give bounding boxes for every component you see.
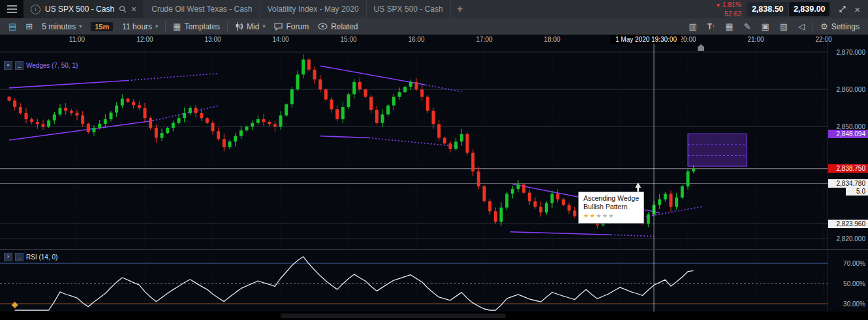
minimize-indicator-icon[interactable]: _: [15, 61, 23, 70]
toolbar-right-group: ▥ T↑ ▦ ✎ ▣ ▨ ◁ ⚙ Settings: [684, 18, 864, 35]
pattern-tooltip-line1: Ascending Wedge: [583, 194, 639, 203]
pattern-tools-icon[interactable]: ▨: [775, 18, 793, 35]
minimize-indicator-icon[interactable]: _: [15, 253, 23, 261]
timeframe-select[interactable]: 5 minutes▾: [37, 18, 86, 35]
star-empty-icon: ★: [596, 212, 602, 219]
wedge-line: [510, 232, 611, 235]
window-controls: ×: [831, 0, 868, 18]
watchlist-icon: ▤: [8, 22, 16, 31]
tab-us-spx-500[interactable]: i US SPX 500 - Cash ×: [23, 0, 144, 18]
chart-region: 1 May 2020 19:30:00 11:0012:0013:0014:00…: [0, 35, 868, 312]
collapse-panel-icon[interactable]: ◁: [793, 18, 810, 35]
templates-icon: ▦: [173, 22, 181, 31]
wedges-indicator-header: × _ Wedges (7, 50, 1): [4, 61, 78, 70]
price-level-badge[interactable]: 2,834.780: [828, 179, 868, 188]
tab-bar-spacer: [469, 0, 716, 18]
down-triangle-icon: ▼: [716, 3, 721, 8]
search-icon[interactable]: [119, 5, 127, 13]
candlestick-chart[interactable]: [0, 35, 828, 312]
star-empty-icon: ★: [602, 212, 609, 219]
drawing-tools-icon[interactable]: ✎: [738, 18, 756, 35]
price-type-select[interactable]: Mid▾: [230, 18, 270, 35]
gear-icon: ⚙: [820, 22, 828, 31]
tab-bar: i US SPX 500 - Cash × Crude Oil West Tex…: [0, 0, 868, 18]
tab-us-spx-500-2[interactable]: US SPX 500 - Cash: [367, 0, 451, 18]
close-window-icon[interactable]: ×: [854, 4, 860, 15]
current-price-badge: 2,838.750: [828, 164, 868, 173]
price-axis[interactable]: 2,870.0002,860.0002,850.0002,820.0002,84…: [828, 35, 868, 312]
trading-app-window: i US SPX 500 - Cash × Crude Oil West Tex…: [0, 0, 868, 320]
time-axis-label: 16:00: [405, 35, 427, 44]
eye-icon: [318, 23, 328, 30]
remove-indicator-icon[interactable]: ×: [4, 253, 12, 261]
expand-window-icon[interactable]: [839, 5, 846, 13]
time-axis-label: 18:00: [541, 35, 563, 44]
close-tab-icon[interactable]: ×: [131, 5, 136, 14]
wedge-line: [9, 80, 128, 87]
rsi-axis-label: 70.00%: [843, 260, 865, 267]
rsi-indicator-header: × _ RSI (14, 0): [4, 253, 57, 261]
hamburger-menu-icon[interactable]: [0, 0, 23, 18]
forum-icon: [274, 23, 283, 31]
tab-crude-oil[interactable]: Crude Oil West Texas - Cash: [144, 0, 260, 18]
time-axis-label: 12:00: [134, 35, 156, 44]
toolbar-separator: [165, 22, 166, 32]
session-open-marker: [698, 47, 704, 51]
time-axis-label: 11:00: [66, 35, 88, 44]
rsi-indicator-label: RSI (14, 0): [26, 254, 57, 261]
text-annotation-icon[interactable]: T↑: [702, 18, 720, 35]
grid-settings-icon[interactable]: ▦: [720, 18, 738, 35]
time-axis-label: 17:00: [473, 35, 495, 44]
add-tab-button[interactable]: +: [451, 0, 469, 18]
pattern-rating-stars: ★★★★★: [583, 212, 639, 220]
tab-label: US SPX 500 - Cash: [45, 5, 114, 14]
star-filled-icon: ★: [590, 212, 597, 219]
star-filled-icon: ★: [583, 212, 590, 219]
layers-icon[interactable]: ▣: [756, 18, 774, 35]
wedge-line-dashed: [128, 74, 219, 81]
time-axis-label: 15:00: [337, 35, 360, 44]
forum-button[interactable]: Forum: [270, 18, 313, 35]
range-select[interactable]: 11 hours▾: [117, 18, 163, 35]
change-points: 52.62: [724, 10, 741, 18]
quote-panel-button[interactable]: ▤: [4, 18, 21, 35]
wedge-line: [9, 121, 153, 140]
price-level-badge[interactable]: 2,823.960: [828, 220, 868, 228]
chevron-down-icon: ▾: [79, 23, 82, 29]
crosshair-time-badge: 1 May 2020 19:30:00: [611, 35, 681, 44]
time-axis-label: 13:00: [202, 35, 224, 44]
wedge-line: [320, 136, 369, 138]
layout-grid-button[interactable]: ⊞: [21, 18, 37, 35]
change-percent: 1.81%: [722, 1, 741, 8]
price-axis-label: 2,870.000: [837, 49, 866, 56]
tab-label: Crude Oil West Texas - Cash: [151, 5, 252, 14]
time-axis[interactable]: 1 May 2020 19:30:00 11:0012:0013:0014:00…: [0, 35, 868, 44]
remove-indicator-icon[interactable]: ×: [4, 61, 12, 70]
settings-button[interactable]: ⚙ Settings: [816, 18, 864, 35]
wedge-line-dashed: [426, 85, 461, 91]
quote-change: ▼1.81% 52.62: [716, 0, 748, 18]
tab-volatility-index[interactable]: Volatility Index - May 2020: [260, 0, 367, 18]
candlestick-icon: [235, 22, 243, 31]
chevron-down-icon: ▾: [155, 23, 158, 29]
templates-button[interactable]: ▦Templates: [168, 18, 225, 35]
tab-label: US SPX 500 - Cash: [374, 5, 443, 14]
countdown-chip[interactable]: 15m: [86, 18, 117, 35]
wedges-indicator-label: Wedges (7, 50, 1): [26, 62, 78, 69]
pattern-arrow-marker: [635, 182, 641, 192]
related-button[interactable]: Related: [313, 18, 362, 35]
pattern-tooltip-line2: Bullish Pattern: [583, 203, 639, 211]
time-axis-label: 14:00: [270, 35, 292, 44]
details-panel-icon[interactable]: ▥: [684, 18, 702, 35]
chart-scrollbar[interactable]: [281, 313, 506, 318]
price-axis-label: 2,860.000: [837, 86, 866, 93]
chart-toolbar: ▤ ⊞ 5 minutes▾ 15m 11 hours▾ ▦Templates …: [0, 18, 868, 35]
instrument-info-icon[interactable]: i: [31, 5, 40, 14]
sell-price-button[interactable]: 2,838.50: [747, 2, 788, 16]
toolbar-separator: [227, 22, 228, 32]
buy-price-button[interactable]: 2,839.00: [789, 2, 829, 16]
time-axis-label: 21:00: [745, 35, 767, 44]
star-empty-icon: ★: [608, 212, 615, 219]
panel-divider[interactable]: [0, 249, 868, 250]
price-level-badge[interactable]: 5.0: [846, 187, 868, 196]
